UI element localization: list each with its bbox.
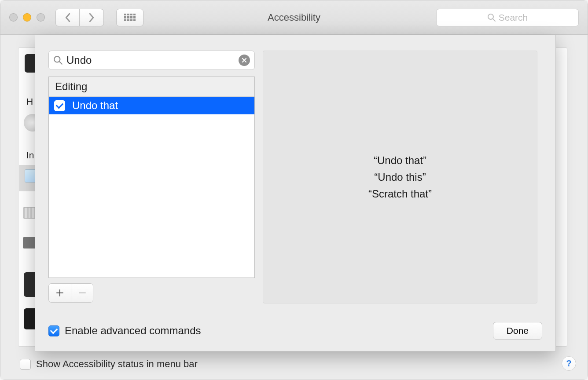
toolbar-search-placeholder: Search [499,12,528,23]
question-icon: ? [566,358,571,369]
chevron-right-icon [88,13,95,22]
svg-line-3 [59,62,62,64]
commands-section-header: Editing [49,77,254,97]
add-command-button[interactable] [49,284,71,302]
svg-line-1 [493,19,495,21]
body-area: H In Editing Undo that [0,35,588,380]
svg-point-0 [488,14,493,19]
close-window-button[interactable] [9,13,18,22]
done-button[interactable]: Done [493,322,542,340]
clear-search-button[interactable] [239,55,250,66]
traffic-lights [9,13,45,22]
help-button[interactable]: ? [562,356,576,371]
preview-line: “Scratch that” [368,186,432,202]
search-icon [487,13,496,22]
minus-icon [78,289,86,297]
commands-list[interactable]: Editing Undo that [48,77,255,278]
nav-back-forward [55,9,104,26]
preview-line: “Undo that” [374,152,426,169]
footer-row: Show Accessibility status in menu bar [20,358,198,370]
sheet-search-field[interactable] [48,51,255,70]
back-button[interactable] [55,9,80,26]
show-status-checkbox[interactable] [20,359,31,370]
sidebar-label-h: H [26,96,33,107]
search-icon [53,55,63,65]
titlebar: Accessibility Search [0,0,588,35]
command-preview: “Undo that” “Undo this” “Scratch that” [263,51,537,303]
preview-line: “Undo this” [374,169,426,186]
window-root: Accessibility Search H In [0,0,588,380]
done-label: Done [507,325,529,336]
plus-icon [56,289,64,297]
forward-button[interactable] [80,9,104,26]
show-status-label: Show Accessibility status in menu bar [36,358,198,370]
sheet-search-input[interactable] [66,54,239,67]
grid-icon [124,14,136,22]
sidebar-label-in: In [26,150,34,161]
command-label: Undo that [72,99,118,112]
sheet-bottom-row: Enable advanced commands Done [48,322,542,340]
svg-point-2 [54,56,60,62]
enable-advanced-label: Enable advanced commands [65,325,201,337]
minimize-window-button[interactable] [23,13,31,22]
zoom-window-button[interactable] [37,13,45,22]
enable-advanced-checkbox[interactable] [48,325,59,336]
show-all-button[interactable] [116,9,143,26]
add-remove-controls [48,283,93,303]
x-icon [242,58,247,63]
chevron-left-icon [65,13,71,22]
remove-command-button[interactable] [71,284,93,302]
command-checkbox[interactable] [54,100,65,111]
command-row-undo-that[interactable]: Undo that [49,97,254,114]
commands-sheet: Editing Undo that “Undo that” “Undo this… [35,35,556,351]
toolbar-search[interactable]: Search [436,9,579,26]
